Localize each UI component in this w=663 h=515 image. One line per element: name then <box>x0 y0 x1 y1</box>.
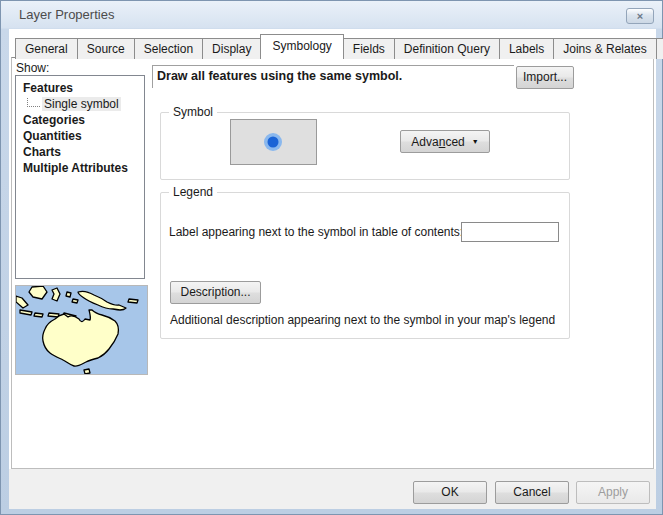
show-tree-list[interactable]: Features Single symbol Categories Quanti… <box>15 75 145 279</box>
tree-item-label: Single symbol <box>42 97 121 111</box>
tree-item-multiple-attributes[interactable]: Multiple Attributes <box>16 160 144 176</box>
panel-header-text: Draw all features using the same symbol. <box>153 66 514 83</box>
import-button[interactable]: Import... <box>516 66 574 89</box>
symbology-tab-page: Show: Features Single symbol Categories … <box>11 57 654 469</box>
tab-general[interactable]: General <box>15 38 78 59</box>
tab-source[interactable]: Source <box>77 38 135 59</box>
tree-item-quantities[interactable]: Quantities <box>16 128 144 144</box>
symbol-group-title: Symbol <box>169 105 217 119</box>
tab-joins-relates[interactable]: Joins & Relates <box>553 38 656 59</box>
chevron-down-icon: ▼ <box>472 138 479 145</box>
advanced-dropdown-button[interactable]: Advanced▼ <box>400 130 490 153</box>
legend-additional-text: Additional description appearing next to… <box>170 313 555 327</box>
tab-selection[interactable]: Selection <box>134 38 203 59</box>
symbol-groupbox: Symbol <box>160 112 570 180</box>
legend-label-prompt: Label appearing next to the symbol in ta… <box>169 225 463 239</box>
cancel-button[interactable]: Cancel <box>495 481 569 504</box>
show-label: Show: <box>16 61 49 75</box>
tree-elbow-icon <box>27 98 40 107</box>
description-button[interactable]: Description... <box>170 281 261 304</box>
tree-item-single-symbol[interactable]: Single symbol <box>16 96 144 112</box>
tab-definition-query[interactable]: Definition Query <box>394 38 500 59</box>
window-titlebar[interactable]: Layer Properties <box>1 1 662 29</box>
layer-properties-window: Layer Properties × GeneralSourceSelectio… <box>0 0 663 515</box>
tab-symbology[interactable]: Symbology <box>260 34 343 59</box>
symbol-preview-button[interactable] <box>230 119 317 165</box>
advanced-label: Adva <box>411 135 438 149</box>
apply-button: Apply <box>576 481 650 504</box>
advanced-label-end: ced <box>445 135 464 149</box>
ok-button[interactable]: OK <box>413 481 487 504</box>
tree-item-features[interactable]: Features <box>16 80 144 96</box>
tab-fields[interactable]: Fields <box>343 38 395 59</box>
close-icon: × <box>637 10 643 22</box>
point-symbol-icon <box>231 120 316 164</box>
tab-time[interactable]: Time <box>656 38 663 59</box>
window-title: Layer Properties <box>19 7 114 22</box>
close-button[interactable]: × <box>626 8 654 24</box>
tree-item-categories[interactable]: Categories <box>16 112 144 128</box>
legend-group-title: Legend <box>169 185 217 199</box>
tab-strip: GeneralSourceSelectionDisplaySymbologyFi… <box>15 36 663 58</box>
footer-button-bar: OK Cancel Apply <box>9 469 656 509</box>
oceania-map-image <box>16 286 147 374</box>
tab-display[interactable]: Display <box>202 38 261 59</box>
map-thumbnail <box>15 285 148 375</box>
tree-item-charts[interactable]: Charts <box>16 144 144 160</box>
dialog-content: GeneralSourceSelectionDisplaySymbologyFi… <box>9 29 656 509</box>
panel-header: Draw all features using the same symbol. <box>152 65 514 88</box>
tab-labels[interactable]: Labels <box>499 38 554 59</box>
legend-label-input[interactable] <box>461 222 559 242</box>
